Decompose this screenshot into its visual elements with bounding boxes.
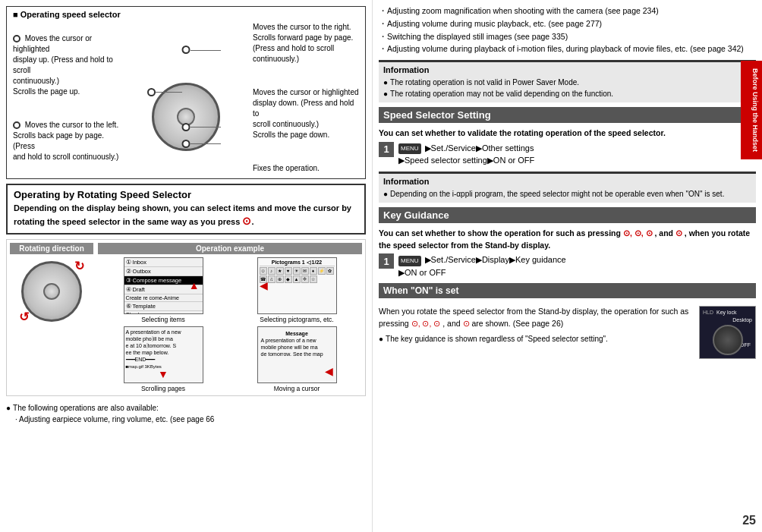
- scrolling-pages-caption: Scrolling pages: [141, 385, 185, 392]
- cursor-screen: Message A presentation of a newmobile ph…: [257, 326, 337, 383]
- key-guidance-desc: You can set whether to show the operatio…: [379, 228, 756, 252]
- line-left: [156, 92, 182, 93]
- outbox-row: ② Outbox: [124, 267, 203, 276]
- circle-icon2: ⊙: [675, 228, 682, 238]
- template-row: ⑥ Template: [124, 302, 203, 311]
- selecting-items-example: ① Inbox ② Outbox ③ Compose message ④ Dra…: [98, 257, 228, 323]
- key-guidance-header: Key Guidance: [379, 207, 756, 223]
- cursor-right-arrow: ◀: [325, 364, 333, 378]
- line-down: [190, 127, 221, 127]
- selecting-pictograms-caption: Selecting pictograms, etc.: [260, 316, 333, 323]
- operation-example-label: Operation example: [98, 243, 362, 254]
- rotating-box: Operating by Rotating Speed Selector Dep…: [6, 184, 366, 235]
- step-2-num: 1: [379, 253, 394, 269]
- dot-down: [182, 123, 190, 131]
- circle-icons2: ⊙, ⊙, ⊙: [411, 319, 441, 328]
- selecting-items-screen: ① Inbox ② Outbox ③ Compose message ④ Dra…: [124, 257, 203, 314]
- when-on-box: When "ON" is set: [379, 283, 756, 298]
- rotating-direction-label: Rotating direction: [10, 243, 93, 254]
- key-step-row: 1 MENU ▶Set./Service▶Display▶Key guidanc…: [379, 253, 756, 279]
- following-ops: The following operations are also availa…: [6, 402, 366, 425]
- speed-selector-section: Operating speed selector Moves the curso…: [6, 6, 366, 179]
- dot-indicator: [13, 35, 20, 42]
- rot-dial-inner: [43, 283, 60, 300]
- rotating-direction-box: Rotating direction ↻ ↺: [10, 243, 93, 392]
- speed-selector-setting-header: Speed Selector Setting: [379, 107, 756, 123]
- info-box-2: Information Depending on the i-αppli pro…: [379, 172, 756, 203]
- info-box-1-item-2: The rotating operation may not be valid …: [383, 88, 751, 99]
- selecting-pictograms-example: Pictograms 1 ◁ 1/22 ☺ ♪ ★ ♥ ☀ ✉ ♦ ⚡ ✿: [231, 257, 362, 323]
- dial-container: [144, 41, 228, 155]
- scroll-down-arrow: ▼: [158, 367, 168, 381]
- circle-icon3: ⊙: [463, 319, 470, 328]
- diagram-right-desc: Moves the cursor to the right. Scrolls f…: [253, 22, 359, 174]
- scroll-text: A presentation of a newmobile pho ill be…: [126, 329, 201, 370]
- key-lock-text: Key lock: [716, 310, 736, 315]
- left-column: Operating speed selector Moves the curso…: [0, 0, 372, 532]
- step-1-num: 1: [379, 142, 394, 157]
- diagram-left-desc: Moves the cursor or highlighted display …: [13, 33, 119, 162]
- create-row: Create re come-Anime: [124, 294, 203, 302]
- key-guidance-body: You can set whether to show the operatio…: [379, 228, 756, 279]
- rotating-box-title: Operating by Rotating Speed Selector: [14, 189, 358, 200]
- inbox-row: ① Inbox: [124, 258, 203, 267]
- menu-icon-2: MENU: [398, 256, 421, 266]
- picto-arrow-left: ◀: [260, 279, 268, 291]
- following-ops-label: The following operations are also availa…: [6, 402, 366, 414]
- diagram-area: Moves the cursor or highlighted display …: [13, 22, 359, 174]
- cursor-text: Message A presentation of a newmobile ph…: [260, 329, 335, 359]
- left-top-desc: Moves the cursor or highlighted display …: [13, 33, 119, 97]
- right-bot-desc: Moves the cursor or highlighted display …: [253, 87, 359, 140]
- top-bullets-list: Adjusting zoom magnification when shooti…: [379, 5, 756, 55]
- red-circle-icon: ⊙: [242, 215, 251, 227]
- operation-example-box: Operation example ① Inbox ② Outbox ③ Com…: [98, 243, 362, 392]
- check-row: Check new messages: [124, 311, 203, 314]
- when-on-content: When you rotate the speed selector from …: [379, 306, 756, 359]
- speed-selector-setting-body: You can set whether to validate the rota…: [379, 127, 756, 167]
- rotating-direction-image: ↻ ↺: [17, 257, 86, 326]
- scroll-screen: A presentation of a newmobile pho ill be…: [124, 326, 203, 383]
- when-on-bullet: The key guidance is shown regardless of …: [379, 333, 693, 345]
- right-column: Adjusting zoom magnification when shooti…: [372, 0, 762, 532]
- selecting-items-caption: Selecting items: [141, 316, 185, 323]
- speed-setting-desc: You can set whether to validate the rota…: [379, 127, 756, 140]
- moving-cursor-example: Message A presentation of a newmobile ph…: [231, 326, 362, 392]
- bullet-2: Adjusting volume during music playback, …: [379, 17, 756, 30]
- info-box-2-title: Information: [383, 177, 751, 186]
- bullet-1: Adjusting zoom magnification when shooti…: [379, 5, 756, 17]
- mini-dial-image: [713, 325, 743, 355]
- step-1-content: MENU ▶Set./Service▶Other settings▶Speed …: [398, 142, 756, 167]
- fixes-label: Fixes the operation.: [253, 163, 359, 174]
- step-2-content: MENU ▶Set./Service▶Display▶Key guidance▶…: [398, 253, 756, 279]
- counter-arrow: ↺: [19, 310, 29, 324]
- line-center: [190, 143, 221, 144]
- info-box-1-item-1: The rotating operation is not valid in P…: [383, 77, 751, 88]
- info-box-2-item-1: Depending on the i-αppli program, the sp…: [383, 188, 751, 200]
- when-on-phone-image: HLD Key lock Desktop ON/OFF: [699, 306, 756, 359]
- scrolling-pages-example: A presentation of a newmobile pho ill be…: [98, 326, 228, 392]
- page-number: 25: [379, 511, 756, 527]
- bullet-3: Switching the displayed still images (se…: [379, 30, 756, 43]
- pictogram-screen: Pictograms 1 ◁ 1/22 ☺ ♪ ★ ♥ ☀ ✉ ♦ ⚡ ✿: [257, 257, 337, 314]
- menu-icon-1: MENU: [398, 143, 421, 154]
- when-on-text: When you rotate the speed selector from …: [379, 306, 693, 345]
- info-box-1: Information The rotating operation is no…: [379, 60, 756, 102]
- rot-op-container: Rotating direction ↻ ↺ Operation example: [6, 239, 366, 396]
- hld-text: HLD: [703, 310, 713, 315]
- info-box-1-title: Information: [383, 65, 751, 74]
- rot-dial-outer: ↻ ↺: [21, 261, 82, 322]
- desktop-text: Desktop: [732, 317, 752, 323]
- line-up: [190, 50, 221, 51]
- speed-step-row: 1 MENU ▶Set./Service▶Other settings▶Spee…: [379, 142, 756, 167]
- side-tab: Before Using the Handset: [741, 61, 762, 159]
- dot-up: [182, 46, 190, 54]
- rotating-box-desc: Depending on the display being shown, yo…: [14, 203, 358, 229]
- dot-indicator2: [13, 121, 20, 129]
- dot-center: [182, 140, 190, 148]
- left-mid-desc: Moves the cursor to the left. Scrolls ba…: [13, 120, 119, 162]
- following-ops-item: · Adjusting earpiece volume, ring volume…: [6, 414, 366, 425]
- speed-selector-title: Operating speed selector: [13, 10, 359, 19]
- screen-up-arrow: ▲: [189, 279, 200, 291]
- picto-icons: ☺ ♪ ★ ♥ ☀ ✉ ♦ ⚡ ✿ ☎ ♫ ⊕: [260, 267, 335, 283]
- circle-icons: ⊙, ⊙, ⊙: [623, 228, 653, 238]
